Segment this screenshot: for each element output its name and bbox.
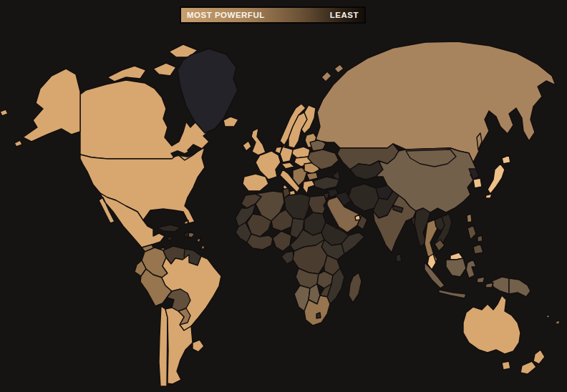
region-south-korea[interactable] — [473, 178, 482, 188]
region-nigeria[interactable] — [273, 231, 291, 251]
region-papua-new-guinea[interactable] — [509, 278, 530, 297]
world-map — [0, 0, 567, 392]
region-bahamas[interactable] — [184, 220, 188, 224]
legend-label-least: LEAST — [330, 11, 359, 19]
water-caspian-sea — [338, 165, 348, 187]
power-legend: MOST POWERFUL LEAST — [180, 6, 366, 24]
map-stage: MOST POWERFUL LEAST — [0, 0, 567, 392]
region-jamaica[interactable] — [167, 237, 173, 240]
region-uk[interactable] — [251, 128, 266, 155]
region-cuba[interactable] — [158, 225, 180, 232]
region-chile[interactable] — [159, 306, 168, 386]
region-japan[interactable] — [485, 155, 510, 198]
region-philippines[interactable] — [467, 225, 483, 254]
region-lesotho[interactable] — [316, 313, 321, 318]
region-alaska[interactable] — [0, 69, 80, 147]
region-gabon-congo[interactable] — [281, 251, 294, 264]
region-madagascar[interactable] — [349, 273, 362, 303]
region-taiwan[interactable] — [467, 214, 472, 222]
region-uruguay[interactable] — [193, 340, 204, 352]
region-new-zealand[interactable] — [520, 350, 545, 374]
region-ireland[interactable] — [243, 141, 251, 151]
region-iberia[interactable] — [243, 174, 268, 191]
region-australia[interactable] — [463, 295, 520, 370]
region-indonesia[interactable] — [425, 258, 509, 298]
region-lesser-antilles[interactable] — [197, 238, 205, 249]
legend-label-most: MOST POWERFUL — [187, 11, 265, 19]
region-west-africa-coast[interactable] — [247, 234, 273, 250]
region-sri-lanka[interactable] — [396, 254, 402, 262]
water-black-sea — [317, 170, 337, 176]
region-fiji[interactable] — [546, 315, 560, 324]
region-dominican-republic[interactable] — [188, 232, 195, 237]
region-alpine[interactable] — [281, 162, 294, 169]
region-bulgaria[interactable] — [306, 172, 318, 180]
region-iceland[interactable] — [223, 117, 238, 127]
region-greece[interactable] — [303, 180, 315, 194]
